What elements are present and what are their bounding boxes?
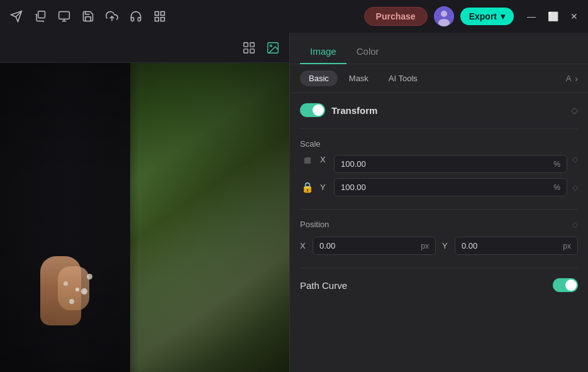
svg-rect-15 (250, 42, 254, 46)
position-y-input[interactable]: 0.00 px (455, 237, 578, 255)
toggle-knob (313, 104, 324, 116)
headphone-icon[interactable] (127, 8, 145, 25)
transform-toggle[interactable] (300, 103, 325, 117)
scale-x-input[interactable]: 100.00 % (334, 155, 567, 173)
position-y-group: Y 0.00 px (442, 237, 578, 255)
more-label: A (566, 74, 572, 83)
svg-point-13 (438, 19, 450, 26)
divider-1 (300, 128, 578, 129)
close-button[interactable]: ✕ (568, 10, 580, 23)
grid-icon[interactable] (151, 8, 169, 25)
titlebar: Purchase Export ▾ — ⬜ ✕ (0, 0, 588, 33)
subtab-ai-tools[interactable]: AI Tools (380, 70, 426, 86)
grid-view-icon[interactable] (240, 39, 258, 57)
svg-point-12 (441, 11, 447, 17)
image-view-icon[interactable] (264, 39, 282, 57)
purchase-button[interactable]: Purchase (364, 7, 428, 26)
position-row: X 0.00 px Y 0.00 px (300, 237, 578, 255)
subtab-mask[interactable]: Mask (340, 70, 377, 86)
path-curve-knob (565, 279, 577, 291)
transform-section-header: Transform ◇ (300, 103, 578, 117)
position-diamond-icon[interactable]: ◇ (572, 220, 578, 229)
svg-rect-8 (161, 12, 165, 16)
scale-y-diamond-icon[interactable]: ◇ (572, 183, 578, 192)
svg-rect-2 (38, 11, 45, 18)
svg-point-19 (270, 45, 272, 47)
scale-label: Scale (300, 139, 578, 149)
y-axis-label: Y (320, 183, 329, 192)
send-icon[interactable] (8, 8, 25, 25)
panel-tabs: Image Color (290, 33, 588, 64)
x-axis-label: X (320, 155, 329, 173)
pos-y-label: Y (442, 241, 451, 251)
svg-rect-3 (59, 12, 70, 20)
main-content: Image Color Basic Mask AI Tools A › Tran… (0, 33, 588, 372)
maximize-button[interactable]: ⬜ (546, 10, 559, 23)
pos-x-label: X (300, 241, 309, 251)
monitor-icon[interactable] (55, 8, 73, 25)
svg-rect-7 (155, 12, 159, 16)
transform-title: Transform (331, 105, 377, 116)
canvas-area (0, 63, 289, 372)
save-icon[interactable] (79, 8, 97, 25)
scale-x-diamond-icon[interactable]: ◇ (572, 155, 578, 173)
right-panel: Image Color Basic Mask AI Tools A › Tran… (289, 33, 588, 372)
position-x-group: X 0.00 px (300, 237, 436, 255)
svg-rect-16 (244, 48, 248, 52)
position-x-input[interactable]: 0.00 px (313, 237, 436, 255)
path-curve-toggle[interactable] (553, 278, 578, 292)
minimize-button[interactable]: — (525, 10, 538, 23)
panel-content: Transform ◇ Scale X 100.00 % (290, 93, 588, 372)
left-panel (0, 33, 289, 372)
position-label: Position (300, 220, 329, 229)
export-button[interactable]: Export ▾ (460, 8, 514, 25)
sub-tabs: Basic Mask AI Tools A › (290, 64, 588, 93)
tab-color[interactable]: Color (347, 40, 389, 64)
left-toolbar (0, 33, 289, 63)
svg-rect-9 (155, 18, 159, 21)
transform-diamond-icon[interactable]: ◇ (571, 105, 578, 115)
chevron-down-icon: ▾ (501, 11, 505, 21)
chevron-right-icon: › (575, 74, 578, 84)
path-curve-row: Path Curve (300, 278, 578, 292)
lock-icon[interactable]: 🔒 (301, 183, 314, 193)
copy-icon[interactable] (31, 8, 49, 25)
scale-group: Scale X 100.00 % ◇ 🔒 (300, 139, 578, 196)
avatar[interactable] (434, 6, 454, 26)
divider-3 (300, 268, 578, 268)
more-options: A › (566, 74, 578, 84)
upload-icon[interactable] (103, 8, 121, 25)
position-group: Position ◇ X 0.00 px Y (300, 220, 578, 255)
scale-y-input[interactable]: 100.00 % (334, 178, 567, 196)
svg-rect-10 (161, 18, 165, 21)
tab-image[interactable]: Image (300, 40, 347, 64)
window-controls: — ⬜ ✕ (525, 10, 580, 23)
svg-rect-14 (244, 42, 248, 46)
subtab-basic[interactable]: Basic (300, 70, 338, 86)
svg-rect-17 (250, 48, 254, 52)
path-curve-label: Path Curve (300, 280, 553, 291)
divider-2 (300, 209, 578, 210)
